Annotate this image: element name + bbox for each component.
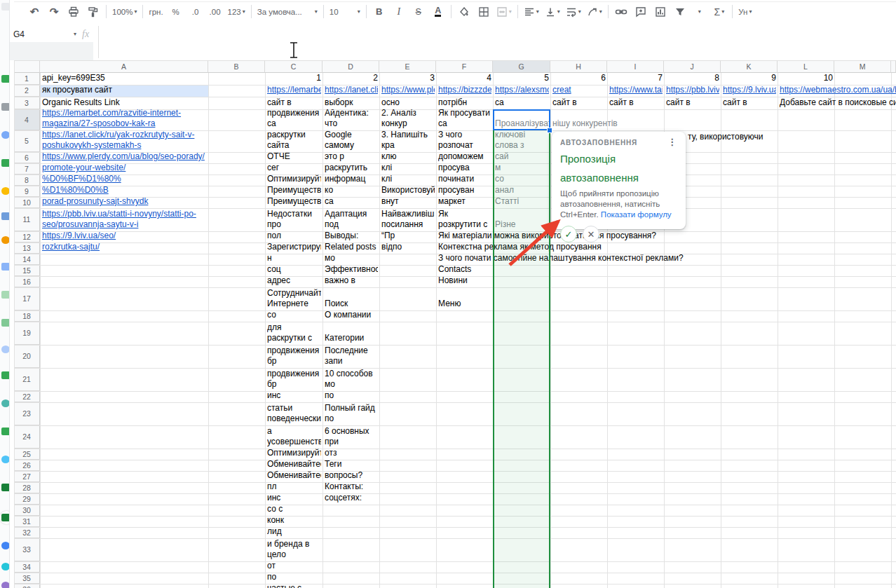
cell-A12[interactable]: https://9.lviv.ua/seo/ — [42, 231, 207, 242]
row-header-16[interactable]: 16 — [14, 276, 40, 287]
row-header-12[interactable]: 12 — [14, 231, 40, 242]
cell-C26[interactable]: Обменивайтесь — [267, 460, 321, 471]
cell-E5[interactable]: 3. Напишіть кра — [381, 130, 435, 152]
cell-D10[interactable]: Оптимизация са — [325, 197, 378, 208]
cell-E7[interactable]: 5. Помістити клі — [381, 163, 435, 175]
text-wrap-menu[interactable]: ▾ — [563, 4, 584, 20]
cell-F8[interactable]: З чого починати — [438, 175, 491, 186]
increase-decimal-button[interactable]: .00 — [205, 4, 225, 20]
cell-J1[interactable]: 8 — [666, 73, 719, 85]
cell-E2[interactable]: https://www.pler — [381, 85, 435, 97]
row-header-23[interactable]: 23 — [14, 402, 40, 425]
cell-H4[interactable]: нішу конкурентів — [552, 109, 618, 130]
cell-D8[interactable]: Сбор информац — [325, 175, 378, 186]
cell-H1[interactable]: 6 — [552, 73, 606, 85]
row-header-2[interactable]: 2 — [14, 85, 40, 97]
cell-J3[interactable]: Добавьте сайт в — [666, 97, 719, 109]
cell-G1[interactable]: 5 — [495, 73, 549, 85]
cell-D4[interactable]: Айдентика: что — [325, 109, 378, 130]
bookmark-icon[interactable] — [1, 291, 10, 299]
insert-comment-icon[interactable] — [631, 4, 651, 20]
row-header-32[interactable]: 32 — [14, 527, 40, 538]
cell-C31[interactable]: Проводите конк — [267, 516, 321, 527]
text-rotation-menu[interactable]: ▾ — [584, 4, 605, 20]
bookmark-icon[interactable] — [1, 187, 10, 195]
cell-F3[interactable]: Навіщо потрібн — [438, 97, 491, 109]
fill-color-icon[interactable] — [454, 4, 474, 20]
borders-icon[interactable] — [474, 4, 494, 20]
cell-H3[interactable]: Добавьте сайт в — [552, 97, 606, 109]
row-header-3[interactable]: 3 — [14, 97, 40, 109]
cell-H2[interactable]: https://seo-creat — [552, 85, 606, 97]
row-header-10[interactable]: 10 — [14, 197, 40, 208]
cell-C34[interactable]: Используйте от — [267, 561, 321, 573]
cell-A3[interactable]: Organic Results Link — [42, 97, 207, 109]
cell-F16[interactable]: Новини — [438, 276, 491, 287]
bookmark-icon[interactable] — [1, 319, 10, 327]
cell-D7[interactable]: Как раскрутить — [325, 163, 378, 175]
italic-button[interactable]: I — [389, 4, 409, 20]
cell-C8[interactable]: Оптимизируйте — [267, 175, 321, 186]
row-header-26[interactable]: 26 — [14, 460, 40, 471]
cell-I2[interactable]: https://www.taina — [609, 85, 663, 97]
column-header-K[interactable]: K — [721, 60, 778, 73]
vertical-align-menu[interactable]: ▾ — [542, 4, 563, 20]
zoom-select[interactable]: 100%▾ — [109, 4, 140, 20]
cell-F10[interactable]: Контент-маркет — [438, 197, 491, 208]
column-header-F[interactable]: F — [436, 60, 493, 73]
cell-C5[interactable]: Зарегистрируйт раскрутки сайта — [267, 130, 321, 152]
row-header-11[interactable]: 11 — [14, 208, 40, 231]
bookmark-icon[interactable] — [1, 103, 10, 111]
cell-C28[interactable]: Размещайте пл — [267, 482, 321, 493]
column-header-J[interactable]: J — [664, 60, 721, 73]
row-header-25[interactable]: 25 — [14, 449, 40, 460]
cell-F7[interactable]: SMM – просува — [438, 163, 491, 175]
column-header-L[interactable]: L — [778, 60, 834, 73]
row-header-21[interactable]: 21 — [14, 368, 40, 391]
row-header-15[interactable]: 15 — [14, 265, 40, 276]
cell-E8[interactable]: 6. Помістити клі — [381, 175, 435, 186]
column-header-H[interactable]: H — [550, 60, 607, 73]
functions-menu[interactable]: Σ▾ — [710, 4, 729, 20]
cell-C27[interactable]: Обменивайтесь — [267, 471, 321, 482]
name-box[interactable]: G4▾ — [9, 26, 81, 42]
cell-A6[interactable]: https://www.plerdy.com/ua/blog/seo-porad… — [42, 152, 207, 163]
number-format-menu[interactable]: 123▾ — [225, 4, 248, 20]
cell-C18[interactable]: Работайте с со — [267, 310, 321, 322]
cell-C9[interactable]: Преимущества — [267, 186, 321, 197]
cell-E13[interactable]: Залишити відпо — [381, 242, 435, 254]
row-header-13[interactable]: 13 — [14, 242, 40, 254]
row-header-8[interactable]: 8 — [14, 175, 40, 186]
cell-D19[interactable]: Категории — [325, 322, 378, 345]
reject-autofill-button[interactable]: ✕ — [583, 226, 599, 242]
cell-E6[interactable]: 4. Помістіть клю — [381, 152, 435, 163]
cell-C3[interactable]: Добавьте сайт в — [267, 97, 321, 109]
cell-D11[interactable]: Адаптация под — [325, 208, 378, 231]
cell-K3[interactable]: Добавьте сайт в — [723, 97, 776, 109]
cell-F1[interactable]: 4 — [438, 73, 491, 85]
cell-C7[interactable]: Расширяйте сег — [267, 163, 321, 175]
cell-E9[interactable]: 7. Використовуй — [381, 186, 435, 197]
row-header-33[interactable]: 33 — [14, 538, 40, 561]
column-header-A[interactable]: A — [40, 60, 208, 73]
row-header-34[interactable]: 34 — [14, 561, 40, 573]
column-header-D[interactable]: D — [323, 60, 379, 73]
cell-C36[interactable]: Будьте частью с — [267, 584, 321, 588]
cell-C10[interactable]: Преимущества — [267, 197, 321, 208]
cell-D24[interactable]: 6 основных при — [325, 425, 378, 449]
cell-D18[interactable]: О компании — [325, 310, 378, 322]
cell-C4[interactable]: Добавьте сайт в продвижения са — [267, 109, 321, 130]
row-header-22[interactable]: 22 — [14, 391, 40, 402]
cell-F17[interactable]: Меню — [438, 287, 491, 310]
strikethrough-button[interactable]: S — [409, 4, 428, 20]
cell-F2[interactable]: https://bizzzdev. — [438, 85, 491, 97]
cell-D2[interactable]: https://lanet.click — [325, 85, 378, 97]
cell-E12[interactable]: 2 коментарі “Пр — [381, 231, 435, 242]
cell-E11[interactable]: 9. Найважливіш посилання — [381, 208, 435, 231]
cell-J2[interactable]: https://pbb.lviv.u — [666, 85, 719, 97]
cell-D14[interactable]: 10 способов мо — [325, 254, 378, 265]
cell-C29[interactable]: Создавайте инс — [267, 493, 321, 505]
cell-D15[interactable]: Эффективность — [325, 265, 378, 276]
cell-C24[interactable]: Отслеживайте а усовершенство — [267, 425, 321, 449]
insert-link-icon[interactable] — [611, 4, 631, 20]
